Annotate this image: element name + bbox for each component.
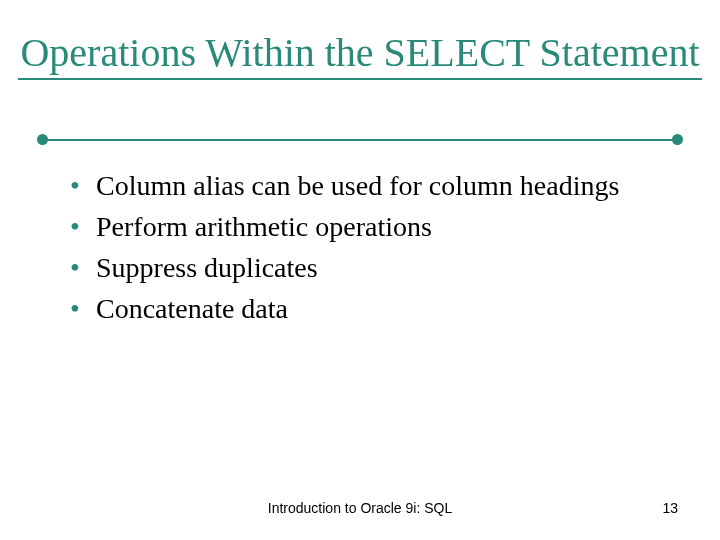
rule-line (40, 139, 680, 141)
list-item: Concatenate data (70, 291, 660, 326)
page-number: 13 (662, 500, 678, 516)
title-wrap: Operations Within the SELECT Statement (0, 30, 720, 80)
slide: Operations Within the SELECT Statement C… (0, 0, 720, 540)
footer-text: Introduction to Oracle 9i: SQL (0, 500, 720, 516)
list-item: Suppress duplicates (70, 250, 660, 285)
list-item: Perform arithmetic operations (70, 209, 660, 244)
list-item: Column alias can be used for column head… (70, 168, 660, 203)
bullet-list: Column alias can be used for column head… (70, 168, 660, 332)
title-rule (40, 134, 680, 146)
slide-title: Operations Within the SELECT Statement (18, 30, 701, 80)
rule-dot-right (672, 134, 683, 145)
